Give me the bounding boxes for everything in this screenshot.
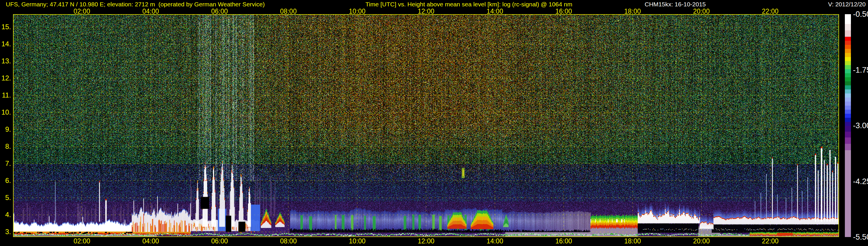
x-tick-label-bottom: 02:00 <box>73 237 90 245</box>
y-tick-label: 14. <box>0 40 11 48</box>
backscatter-heatmap <box>13 14 839 237</box>
y-tick-label: 11. <box>0 91 11 99</box>
x-tick-label-bottom: 22:00 <box>762 237 779 245</box>
colorbar-segment <box>845 73 851 77</box>
colorbar-segment <box>845 137 851 144</box>
station-info: UFS, Germany; 47.417 N / 10.980 E; eleva… <box>6 1 265 8</box>
x-tick-label-bottom: 18:00 <box>624 237 641 245</box>
x-tick-label-bottom: 08:00 <box>280 237 297 245</box>
x-tick-label-bottom: 10:00 <box>349 237 366 245</box>
y-tick-label: 3. <box>0 228 11 236</box>
colorbar-segment <box>845 97 851 101</box>
colorbar-segment <box>845 37 851 41</box>
colorbar-segment <box>845 150 851 237</box>
colorbar-tick-label: -1.75 <box>853 65 868 74</box>
y-tick-label: 4. <box>0 211 11 219</box>
colorbar-segment <box>845 93 851 97</box>
x-tick-label-top: 04:00 <box>142 7 159 16</box>
y-tick-label: 6. <box>0 177 11 185</box>
colorbar-segment <box>845 118 851 122</box>
colorbar-segment <box>845 105 851 110</box>
x-tick-label-top: 22:00 <box>762 7 779 16</box>
colorbar-segment <box>845 101 851 105</box>
colorbar-segment <box>845 132 851 137</box>
y-tick-label: 5. <box>0 194 11 202</box>
colorbar-segment <box>845 49 851 53</box>
y-tick-label: 7. <box>0 159 11 167</box>
colorbar-tick-label: -0.50 <box>853 10 868 19</box>
x-tick-label-top: 14:00 <box>487 7 503 16</box>
colorbar-segment <box>845 114 851 118</box>
colorbar-segment <box>845 45 851 49</box>
colorbar-segment <box>845 122 851 126</box>
x-tick-label-top: 18:00 <box>624 7 641 16</box>
colorbar-segment <box>845 65 851 69</box>
colorbar-segment <box>845 77 851 81</box>
colorbar-segment <box>845 53 851 57</box>
y-tick-label: 10. <box>0 108 11 116</box>
y-tick-label: 15. <box>0 23 11 31</box>
colorbar-segment <box>845 61 851 65</box>
x-tick-label-top: 12:00 <box>418 7 435 16</box>
x-tick-label-bottom: 16:00 <box>556 237 572 245</box>
colorbar-tick-label: -4.25 <box>853 177 868 186</box>
colorbar-segment <box>845 57 851 61</box>
colorbar-segment <box>845 41 851 45</box>
x-tick-label-top: 20:00 <box>693 7 710 16</box>
colorbar-segment <box>845 89 851 93</box>
colorbar-tick-label: -5.50 <box>853 233 868 242</box>
colorbar-segment <box>845 69 851 73</box>
x-tick-label-top: 08:00 <box>280 7 297 16</box>
colorbar-segment <box>845 14 851 24</box>
y-tick-label: 8. <box>0 143 11 151</box>
x-tick-label-bottom: 04:00 <box>142 237 159 245</box>
colorbar-tick-label: -3.00 <box>853 121 868 130</box>
colorbar-segment <box>845 85 851 89</box>
x-tick-label-top: 02:00 <box>73 7 90 16</box>
x-tick-label-bottom: 06:00 <box>211 237 228 245</box>
colorbar-segment <box>845 30 851 37</box>
x-tick-label-top: 10:00 <box>349 7 366 16</box>
colorbar-segment <box>845 81 851 85</box>
ceilometer-quicklook: UFS, Germany; 47.417 N / 10.980 E; eleva… <box>0 0 868 246</box>
colorbar-segment <box>845 110 851 114</box>
y-tick-label: 12. <box>0 74 11 82</box>
x-tick-label-bottom: 12:00 <box>418 237 435 245</box>
colorbar-segment <box>845 144 851 150</box>
x-tick-label-top: 06:00 <box>211 7 228 16</box>
colorbar <box>845 14 851 237</box>
x-tick-label-top: 16:00 <box>556 7 572 16</box>
colorbar-segment <box>845 24 851 30</box>
y-tick-label: 9. <box>0 125 11 133</box>
y-tick-label: 13. <box>0 57 11 65</box>
instrument-date: CHM15kx: 16-10-2015 <box>645 1 706 8</box>
software-version: V: 2012/12/20 <box>828 1 866 8</box>
x-tick-label-bottom: 20:00 <box>693 237 710 245</box>
x-tick-label-bottom: 14:00 <box>487 237 503 245</box>
colorbar-segment <box>845 126 851 132</box>
plot-title: Time [UTC] vs. Height above mean sea lev… <box>365 1 572 8</box>
